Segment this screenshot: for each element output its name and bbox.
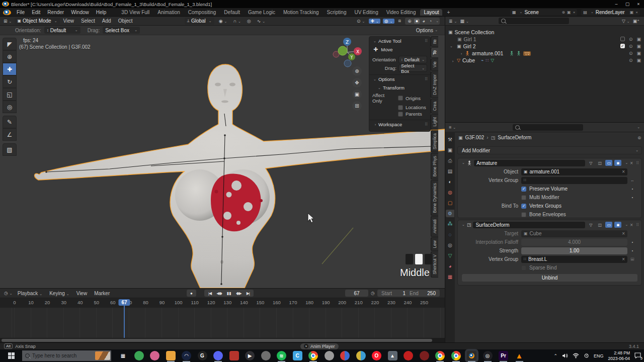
taskbar-app-icon-discord[interactable]: [213, 351, 223, 360]
invert-vertex-group-icon[interactable]: ↔: [630, 178, 634, 182]
preserve-volume-checkbox[interactable]: ✓: [521, 187, 526, 192]
expand-icon[interactable]: ⌄: [450, 44, 455, 48]
taskbar-app-icon-dark-red-app[interactable]: [420, 351, 429, 360]
outliner-row-girl2[interactable]: ⌄ ▣ Girl 2 ✓ ⊙ ▣: [445, 43, 644, 50]
property-tab-icon-constraints[interactable]: ◎: [446, 241, 454, 249]
proportional-editing-icon[interactable]: ◎: [246, 19, 253, 24]
orthographic-grid-icon[interactable]: ⊞: [352, 101, 362, 111]
start-frame-field[interactable]: Start1: [377, 290, 410, 297]
mode-dropdown[interactable]: ▣ Object Mode⌄: [15, 18, 59, 25]
pin-icon[interactable]: ⊕: [561, 10, 565, 15]
sidebar-tab[interactable]: Ite: [431, 36, 438, 47]
workspace-panel-header[interactable]: ⌄Workspace⠿: [369, 120, 430, 129]
sidebar-tab[interactable]: Animati: [431, 216, 438, 236]
snap-magnet-icon[interactable]: ∩⌄: [231, 19, 242, 24]
clear-icon[interactable]: ×: [622, 169, 625, 174]
tool-button-tweak-select[interactable]: ◤: [3, 38, 17, 50]
sparse-bind-checkbox[interactable]: [521, 265, 526, 270]
exclude-checkbox[interactable]: ✓: [620, 44, 625, 48]
transform-orientation-dropdown[interactable]: ⟂ Global⌄: [185, 18, 214, 25]
vertex-groups-checkbox[interactable]: ✓: [521, 204, 526, 209]
expand-icon[interactable]: ⌄: [459, 51, 463, 55]
breadcrumb-object[interactable]: G3F.002: [465, 135, 485, 140]
gizmo-plus-y-ring[interactable]: [338, 46, 347, 55]
armature-object-field[interactable]: ▣ armature.001 ×: [521, 168, 627, 175]
camera-visibility-icon[interactable]: ▣: [636, 51, 641, 56]
sidebar-tab[interactable]: Bone Dynamics: [431, 180, 438, 216]
shading-rendered-icon[interactable]: ◔: [428, 19, 433, 24]
hide-eye-icon[interactable]: ⊙: [629, 51, 633, 56]
modifier-extras-icon[interactable]: ⌄: [625, 223, 628, 227]
shading-dropdown-icon[interactable]: ⌄: [436, 19, 439, 23]
panel-drag-dots[interactable]: ⠿: [425, 39, 428, 43]
zoom-icon[interactable]: ⊕: [352, 66, 362, 76]
blender-app-icon[interactable]: [3, 10, 11, 15]
tool-button-move[interactable]: ✚: [3, 63, 17, 75]
taskbar-app-icon-pink-app[interactable]: [150, 351, 159, 360]
view-menu[interactable]: View: [73, 291, 91, 296]
shading-material-icon[interactable]: ◕: [421, 19, 426, 24]
hide-eye-icon[interactable]: ⊙: [629, 58, 633, 63]
sidebar-tab[interactable]: Bone Phys: [431, 153, 438, 179]
clear-icon[interactable]: ×: [622, 231, 625, 236]
tray-settings-icon[interactable]: [584, 353, 589, 358]
hide-eye-icon[interactable]: ⊙: [629, 44, 633, 49]
falloff-slider[interactable]: 4.000: [521, 239, 627, 246]
xray-toggle[interactable]: ⧈: [397, 18, 403, 24]
strength-slider[interactable]: 1.00: [521, 247, 627, 254]
delete-modifier-icon[interactable]: ×: [630, 160, 633, 166]
taskbar-app-icon-character-app[interactable]: [261, 351, 271, 360]
panel-drag-dots[interactable]: ⠿: [425, 122, 428, 127]
camera-view-icon[interactable]: ▣: [352, 89, 362, 99]
show-render-icon[interactable]: ◙: [614, 222, 621, 228]
properties-options-icon[interactable]: ⌄: [637, 125, 640, 129]
start-button[interactable]: [0, 349, 22, 362]
taskbar-app-icon-photos-app[interactable]: ▲: [388, 351, 397, 360]
taskbar-app-icon-paint-app[interactable]: [340, 351, 350, 360]
viewport-3d[interactable]: Orientation: ↕ Default⌄ Drag: Select Box…: [0, 26, 445, 288]
viewport-menu-item[interactable]: Add: [99, 18, 115, 24]
workspace-tab[interactable]: Default: [220, 9, 244, 16]
close-button[interactable]: ×: [633, 2, 644, 7]
panel-drag-dots[interactable]: ⠿: [636, 161, 639, 165]
editor-type-icon[interactable]: ⊞⌄: [2, 19, 13, 24]
collapse-icon[interactable]: ⌄: [462, 223, 465, 227]
workspace-tab[interactable]: Animation: [154, 9, 183, 16]
sidebar-tab[interactable]: To: [431, 47, 438, 58]
render-layer-selector[interactable]: ▤⌄ RenderLayer ▣ ×: [581, 9, 640, 16]
delete-modifier-icon[interactable]: ×: [630, 222, 633, 228]
viewport-menu-item[interactable]: Object: [115, 18, 136, 24]
tool-button-add-cube[interactable]: ▧: [3, 143, 17, 156]
sidebar-tab[interactable]: Vie: [431, 58, 438, 70]
collapse-icon[interactable]: ⌄: [462, 161, 465, 165]
stop-player-icon[interactable]: ×: [304, 344, 308, 348]
property-tab-icon-material[interactable]: ◕: [446, 262, 454, 270]
keying-menu[interactable]: Keying⌄: [46, 291, 72, 296]
hide-eye-icon[interactable]: ⊙: [629, 37, 633, 42]
viewport-menu-item[interactable]: Select: [77, 18, 99, 24]
locations-checkbox[interactable]: [398, 105, 403, 110]
timeline-editor-icon[interactable]: ◷⌄: [3, 291, 14, 296]
breadcrumb-modifier[interactable]: SurfaceDeform: [498, 135, 531, 140]
taskbar-app-icon-blender[interactable]: [467, 351, 476, 360]
pivot-point-dropdown[interactable]: ◉⌄: [217, 19, 229, 24]
sd-vertex-group-field[interactable]: ∷ Breast.L ×: [521, 256, 627, 263]
language-indicator[interactable]: ENG: [594, 353, 604, 358]
show-in-editmode-icon[interactable]: ◫: [596, 160, 603, 166]
navigation-gizmo[interactable]: Z X Y: [329, 35, 365, 70]
taskbar-app-icon-opera[interactable]: O: [372, 351, 381, 360]
unbind-button[interactable]: Unbind: [462, 274, 637, 282]
taskbar-app-icon-red-app[interactable]: [229, 351, 239, 360]
shading-solid-icon[interactable]: ●: [414, 19, 420, 24]
viewport-menu-item[interactable]: View: [60, 18, 78, 24]
tool-button-measure[interactable]: ∠: [3, 128, 17, 141]
taskbar-app-icon-chrome-2[interactable]: [435, 351, 445, 360]
show-in-editmode-icon[interactable]: ◫: [596, 222, 603, 228]
anim-player-badge[interactable]: × Anim Player: [300, 343, 339, 349]
workspace-tab[interactable]: +: [443, 9, 453, 16]
show-render-icon[interactable]: ◙: [614, 160, 621, 166]
taskbar-app-icon-steam[interactable]: ◠: [182, 351, 191, 360]
outliner-editor-icon[interactable]: ≣⌄: [447, 19, 458, 24]
taskbar-app-icon-green-app[interactable]: [134, 351, 144, 360]
jump-to-end-button[interactable]: ▶|: [244, 291, 252, 296]
